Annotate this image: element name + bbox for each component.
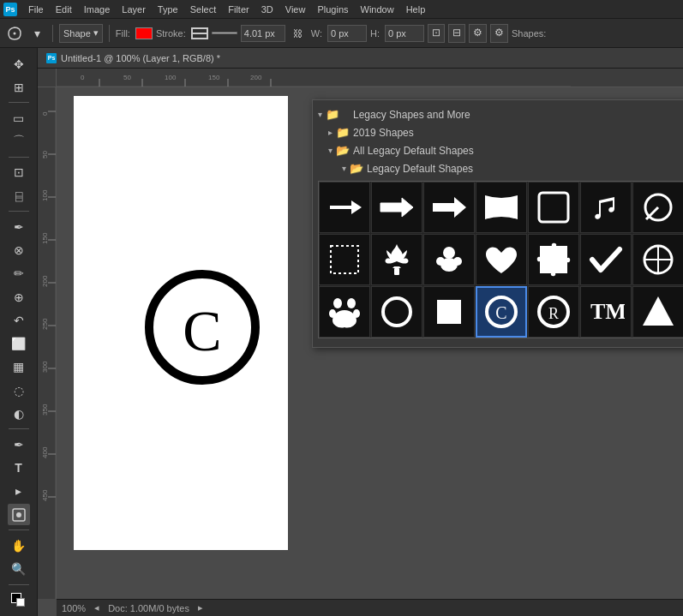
ps-logo: Ps xyxy=(3,3,17,16)
menu-image[interactable]: Image xyxy=(78,3,117,16)
svg-text:0: 0 xyxy=(41,111,49,116)
shape-dotted-rect[interactable] xyxy=(319,234,370,285)
pen-tool[interactable]: ✒ xyxy=(8,434,30,455)
shape-extra1[interactable] xyxy=(632,182,683,233)
2019-group-label[interactable]: 2019 Shapes xyxy=(353,127,414,139)
move-tool[interactable]: ✥ xyxy=(8,53,30,75)
all-legacy-arrow[interactable]: ▾ xyxy=(328,146,333,155)
zoom-tool[interactable]: 🔍 xyxy=(8,559,30,580)
menu-select[interactable]: Select xyxy=(184,3,223,16)
menu-help[interactable]: Help xyxy=(400,3,432,16)
h-label: H: xyxy=(370,28,380,39)
menu-type[interactable]: Type xyxy=(152,3,184,16)
menu-layer[interactable]: Layer xyxy=(116,3,152,16)
menu-filter[interactable]: Filter xyxy=(222,3,255,16)
main-area: ✥ ⊞ ▭ ⌒ ⊡ ⌸ ✒ ⊗ ✏ ⊕ ↶ ⬜ ▦ ◌ ◐ ✒ T ▸ ✋ 🔍 xyxy=(0,48,683,616)
clone-tool[interactable]: ⊕ xyxy=(8,286,30,308)
2019-arrow[interactable]: ▸ xyxy=(328,128,333,137)
menu-3d[interactable]: 3D xyxy=(255,3,279,16)
shape-paw[interactable] xyxy=(319,286,370,338)
all-legacy-folder-icon: 📂 xyxy=(336,144,350,157)
spot-heal-tool[interactable]: ⊗ xyxy=(8,240,30,261)
shape-checkmark[interactable] xyxy=(580,234,632,285)
align-right-btn[interactable]: ⚙ xyxy=(469,24,487,43)
shape-arrow2[interactable] xyxy=(371,182,422,233)
shape-puzzle[interactable] xyxy=(528,234,579,285)
stroke-color-swatch[interactable] xyxy=(191,27,208,39)
svg-rect-39 xyxy=(539,193,568,222)
hand-tool[interactable]: ✋ xyxy=(8,535,30,556)
dodge-tool[interactable]: ◐ xyxy=(8,403,30,424)
settings-btn[interactable]: ⚙ xyxy=(490,24,508,43)
blur-tool[interactable]: ◌ xyxy=(8,380,30,401)
shape-square[interactable] xyxy=(423,286,475,338)
stroke-width-line[interactable] xyxy=(212,32,237,34)
shape-extra3[interactable] xyxy=(632,286,683,338)
path-select-tool[interactable]: ▸ xyxy=(8,481,30,502)
eyedropper-tool[interactable]: ✒ xyxy=(8,216,30,237)
shape-arrow3[interactable] xyxy=(423,182,475,233)
legacy-default-arrow[interactable]: ▾ xyxy=(342,164,346,173)
svg-text:150: 150 xyxy=(41,232,49,244)
shape-banner[interactable] xyxy=(476,182,527,233)
shape-circle[interactable] xyxy=(371,286,422,338)
svg-text:200: 200 xyxy=(250,74,262,81)
gradient-tool[interactable]: ▦ xyxy=(8,356,30,378)
legacy-default-group-label[interactable]: Legacy Default Shapes xyxy=(367,163,473,175)
shape-music[interactable] xyxy=(580,182,632,233)
tool-arrow-icon[interactable]: ▾ xyxy=(27,24,46,43)
align-left-btn[interactable]: ⊡ xyxy=(428,24,445,43)
options-toolbar: ▾ Shape ▾ Fill: Stroke: ⛓ W: H: ⊡ ⊟ ⚙ ⚙ … xyxy=(0,19,683,48)
root-collapse-arrow[interactable]: ▾ xyxy=(318,110,322,119)
tool-sep-1 xyxy=(9,102,29,103)
slice-tool[interactable]: ⌸ xyxy=(8,185,30,206)
artboard-tool[interactable]: ⊞ xyxy=(8,76,30,98)
svg-rect-15 xyxy=(38,69,57,599)
shape-ornament[interactable] xyxy=(423,234,475,285)
shape-extra2[interactable] xyxy=(632,234,683,285)
ruler-vertical: 0 50 100 150 200 250 300 350 400 xyxy=(38,69,57,599)
tool-path-icon[interactable] xyxy=(5,24,24,43)
menu-file[interactable]: File xyxy=(22,3,50,16)
shape-mode-dropdown[interactable]: Shape ▾ xyxy=(59,24,103,43)
type-tool[interactable]: T xyxy=(8,458,30,479)
status-arrow-left[interactable]: ◂ xyxy=(94,602,99,613)
shape-square-rounded[interactable] xyxy=(528,182,579,233)
menu-window[interactable]: Window xyxy=(355,3,400,16)
link-icon[interactable]: ⛓ xyxy=(289,24,308,43)
menu-edit[interactable]: Edit xyxy=(50,3,78,16)
all-legacy-group-label[interactable]: All Legacy Default Shapes xyxy=(353,145,474,157)
brush-tool[interactable]: ✏ xyxy=(8,263,30,284)
svg-text:300: 300 xyxy=(41,361,49,373)
shape-copyright[interactable]: C xyxy=(476,286,527,338)
stroke-size-input[interactable] xyxy=(241,25,285,42)
dropdown-arrow: ▾ xyxy=(93,27,99,39)
shape-tool[interactable] xyxy=(8,504,30,525)
shape-registered[interactable]: R xyxy=(528,286,579,338)
crop-tool[interactable]: ⊡ xyxy=(8,162,30,183)
shape-fleur-de-lis[interactable] xyxy=(371,234,422,285)
shape-heart[interactable] xyxy=(476,234,527,285)
marquee-tool[interactable]: ▭ xyxy=(8,107,30,129)
svg-text:C: C xyxy=(183,298,221,363)
status-arrow-right[interactable]: ▸ xyxy=(198,602,203,613)
height-input[interactable] xyxy=(385,25,424,42)
fill-color-swatch[interactable] xyxy=(135,27,153,39)
sep2 xyxy=(109,25,110,42)
svg-point-47 xyxy=(453,257,462,266)
menu-plugins[interactable]: Plugins xyxy=(311,3,354,16)
zoom-level: 100% xyxy=(62,603,86,613)
lasso-tool[interactable]: ⌒ xyxy=(8,131,30,153)
eraser-tool[interactable]: ⬜ xyxy=(8,332,30,354)
root-group-label[interactable]: Legacy Shapes and More xyxy=(343,109,470,121)
svg-text:250: 250 xyxy=(41,318,49,330)
history-tool[interactable]: ↶ xyxy=(8,309,30,331)
tools-panel: ✥ ⊞ ▭ ⌒ ⊡ ⌸ ✒ ⊗ ✏ ⊕ ↶ ⬜ ▦ ◌ ◐ ✒ T ▸ ✋ 🔍 xyxy=(0,48,38,616)
menu-view[interactable]: View xyxy=(279,3,312,16)
align-center-btn[interactable]: ⊟ xyxy=(448,24,465,43)
width-input[interactable] xyxy=(327,25,367,42)
fg-bg-colors[interactable] xyxy=(8,589,30,611)
shape-arrow1[interactable] xyxy=(319,182,370,233)
shape-trademark[interactable]: TM xyxy=(580,286,632,338)
panel-row-2019: ▸ 📁 2019 Shapes xyxy=(318,123,683,141)
